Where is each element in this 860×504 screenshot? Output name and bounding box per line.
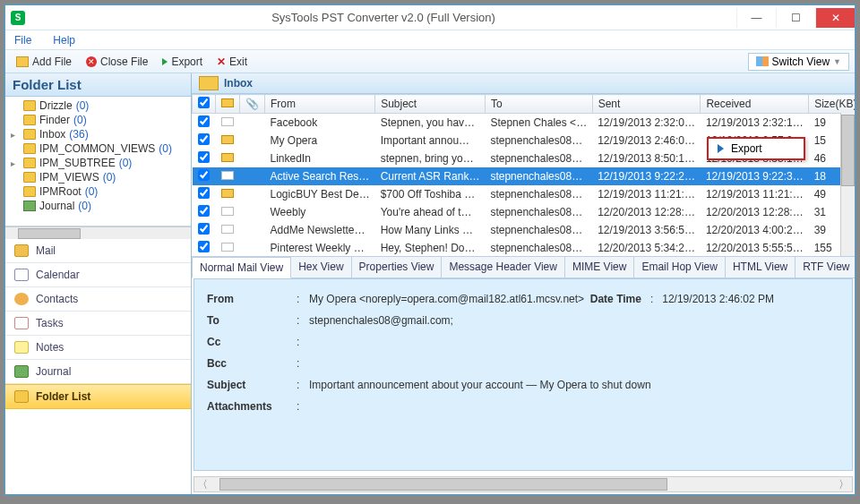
tab-properties[interactable]: Properties View (352, 257, 443, 278)
row-check[interactable] (198, 205, 210, 217)
nav-notes[interactable]: Notes (5, 336, 191, 360)
cell-from: LinkedIn (265, 149, 375, 167)
row-check[interactable] (198, 115, 210, 127)
mail-icon (14, 244, 29, 257)
nav-journal[interactable]: Journal (5, 360, 191, 384)
tab-normal[interactable]: Normal Mail View (192, 257, 291, 278)
tab-rtf[interactable]: RTF View (796, 257, 855, 278)
cell-from: Active Search Res… (265, 167, 375, 185)
inbox-header: Inbox (192, 73, 855, 94)
tree-node[interactable]: Drizzle (0) (9, 98, 191, 113)
tree-node[interactable]: IPMRoot (0) (9, 184, 191, 199)
cell-sent: 12/19/2013 2:32:0… (592, 114, 701, 132)
row-check[interactable] (198, 223, 210, 235)
exit-button[interactable]: ✕Exit (211, 54, 253, 70)
mail-detail: From: My Opera <noreply=opera.com@mail18… (194, 278, 853, 471)
tree-node[interactable]: IPM_VIEWS (0) (9, 170, 191, 184)
cell-sent: 12/20/2013 5:34:2… (592, 239, 701, 256)
row-check[interactable] (198, 187, 210, 199)
datetime-label: Date Time (590, 293, 641, 305)
subject-label: Subject (207, 379, 297, 391)
scroll-right[interactable]: 〉 (836, 477, 852, 492)
row-check[interactable] (198, 151, 210, 163)
close-file-button[interactable]: ✕Close File (81, 54, 153, 70)
close-button[interactable]: ✕ (815, 8, 855, 28)
tab-hop[interactable]: Email Hop View (634, 257, 725, 278)
grid-vscroll[interactable] (840, 113, 855, 256)
cell-received: 12/19/2013 9:22:3… (701, 167, 809, 185)
inbox-icon (199, 76, 219, 90)
switch-view-button[interactable]: Switch View ▼ (748, 53, 849, 71)
tab-msg-header[interactable]: Message Header View (442, 257, 565, 278)
col-sent[interactable]: Sent (592, 95, 701, 114)
menu-file[interactable]: File (14, 34, 31, 47)
tree-node[interactable]: ▸Inbox (36) (9, 127, 191, 141)
table-row[interactable]: Facebook Stepnen, you hav…Stepnen Chales… (193, 114, 856, 132)
open-envelope-icon (221, 171, 234, 180)
scroll-left[interactable]: 〈 (194, 477, 211, 492)
scroll-thumb[interactable] (219, 478, 667, 491)
tree-count: (0) (78, 200, 91, 212)
scroll-thumb[interactable] (841, 115, 855, 186)
detail-hscroll[interactable]: 〈 〉 (194, 476, 853, 492)
col-received[interactable]: Received (701, 95, 809, 114)
table-row[interactable]: Pinterest Weekly …Hey, Stephen! Do…stepn… (193, 239, 856, 256)
nav-list: Mail Calendar Contacts Tasks Notes Journ… (5, 239, 191, 409)
col-check[interactable] (193, 95, 216, 114)
tab-html[interactable]: HTML View (726, 257, 796, 278)
col-attach-hdr[interactable]: 📎 (240, 95, 265, 114)
col-subject[interactable]: Subject (375, 95, 486, 114)
x-icon: ✕ (86, 56, 97, 67)
folder-tree[interactable]: Drizzle (0)Finder (0)▸Inbox (36)IPM_COMM… (5, 97, 191, 226)
cell-subject: Important annou… (375, 132, 486, 149)
nav-contacts[interactable]: Contacts (5, 287, 191, 312)
nav-tasks[interactable]: Tasks (5, 312, 191, 336)
bcc-label: Bcc (207, 357, 297, 370)
cc-label: Cc (207, 336, 297, 348)
scroll-thumb[interactable] (18, 228, 81, 239)
tree-node[interactable]: IPM_COMMON_VIEWS (0) (9, 141, 191, 156)
tree-node[interactable]: ▸IPM_SUBTREE (0) (9, 156, 191, 170)
envelope-icon (221, 153, 234, 162)
play-icon (718, 144, 724, 153)
folder-icon (23, 129, 36, 140)
col-from[interactable]: From (265, 95, 375, 114)
tree-label: Inbox (39, 128, 65, 141)
cell-received: 12/19/2013 2:32:1… (701, 114, 809, 132)
nav-mail[interactable]: Mail (5, 239, 191, 263)
table-row[interactable]: Active Search Res…Current ASR Rank…stepn… (193, 167, 856, 185)
tree-node[interactable]: Finder (0) (9, 113, 191, 127)
tree-label: Drizzle (39, 99, 73, 112)
col-size[interactable]: Size(KB) (809, 95, 855, 114)
cell-subject: Stepnen, you hav… (375, 114, 486, 132)
cell-subject: $700 Off Toshiba … (375, 185, 486, 203)
row-check[interactable] (198, 169, 210, 181)
tree-node[interactable]: Journal (0) (9, 199, 191, 213)
tree-hscroll[interactable] (5, 226, 191, 239)
table-row[interactable]: Weebly You're ahead of t…stepnenchales08… (193, 203, 856, 221)
context-menu: Export (707, 137, 805, 160)
folder-icon (23, 158, 36, 168)
col-to[interactable]: To (485, 95, 592, 114)
folder-icon (23, 143, 36, 154)
add-file-button[interactable]: Add File (11, 54, 77, 70)
export-button[interactable]: Export (157, 54, 208, 70)
row-check[interactable] (198, 241, 210, 252)
tab-mime[interactable]: MIME View (565, 257, 634, 278)
tree-label: Journal (39, 200, 74, 212)
table-row[interactable]: LogicBUY Best De…$700 Off Toshiba …stepn… (193, 185, 856, 203)
row-check[interactable] (198, 133, 210, 145)
tab-hex[interactable]: Hex View (291, 257, 351, 278)
nav-folderlist[interactable]: Folder List (5, 384, 191, 409)
envelope-icon (221, 135, 234, 144)
col-icon-hdr[interactable] (216, 95, 240, 114)
minimize-button[interactable]: — (736, 8, 776, 28)
nav-calendar[interactable]: Calendar (5, 263, 191, 287)
window-title: SysTools PST Converter v2.0 (Full Versio… (30, 11, 736, 24)
tree-count: (0) (76, 99, 90, 112)
cell-from: My Opera (265, 132, 375, 149)
maximize-button[interactable]: ☐ (776, 8, 815, 28)
menu-help[interactable]: Help (53, 34, 75, 47)
context-export[interactable]: Export (731, 142, 762, 155)
table-row[interactable]: AddMe Newslette…How Many Links …stepnenc… (193, 221, 856, 239)
